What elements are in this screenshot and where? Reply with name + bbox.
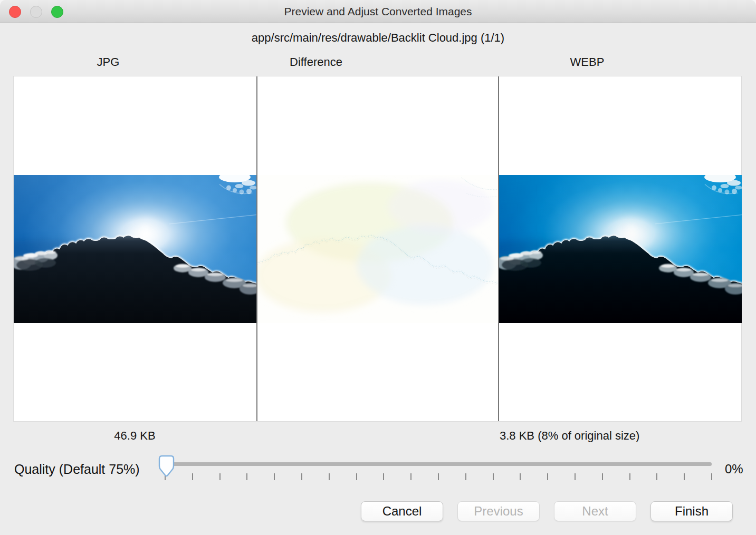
quality-slider-track[interactable] (159, 462, 712, 466)
titlebar[interactable]: Preview and Adjust Converted Images (0, 0, 756, 23)
pane-divider (256, 76, 257, 421)
next-button[interactable]: Next (554, 501, 636, 521)
dialog-buttons: Cancel Previous Next Finish (361, 501, 733, 521)
column-header-jpg: JPG (97, 55, 120, 69)
difference-preview-image (257, 175, 498, 323)
slider-ticks (165, 473, 712, 480)
jpg-preview-image (14, 175, 256, 323)
quality-label: Quality (Default 75%) (14, 462, 140, 477)
dialog-window: Preview and Adjust Converted Images app/… (0, 0, 756, 535)
previous-button[interactable]: Previous (457, 501, 540, 521)
cancel-button[interactable]: Cancel (361, 501, 443, 521)
webp-size-label: 3.8 KB (8% of original size) (500, 429, 639, 443)
pane-divider (498, 76, 499, 421)
column-header-webp: WEBP (570, 55, 605, 69)
quality-value-label: 0% (725, 462, 743, 476)
file-path-label: app/src/main/res/drawable/Backlit Cloud.… (0, 31, 756, 45)
window-title: Preview and Adjust Converted Images (0, 0, 756, 23)
finish-button[interactable]: Finish (650, 501, 733, 521)
jpg-size-label: 46.9 KB (13, 429, 256, 443)
webp-preview-image (499, 175, 742, 323)
preview-strip (13, 76, 742, 422)
column-header-difference: Difference (290, 55, 342, 69)
quality-slider-thumb[interactable] (158, 454, 175, 479)
